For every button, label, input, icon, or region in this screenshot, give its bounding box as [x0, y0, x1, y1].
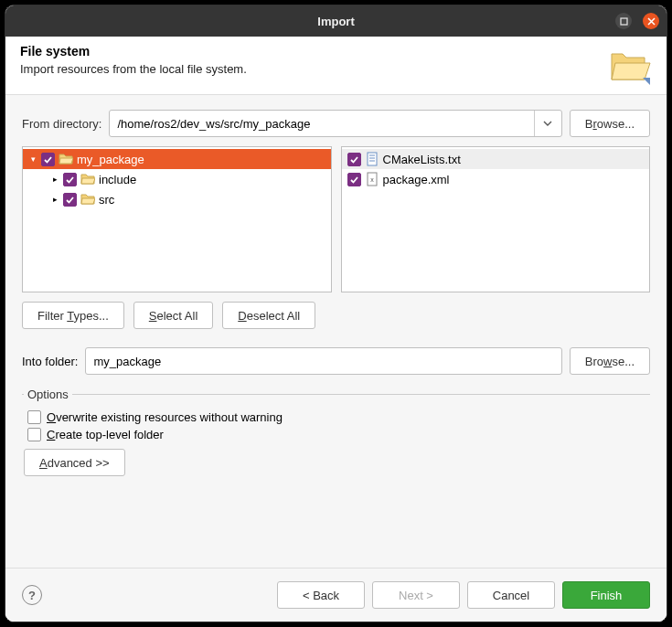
file-label: CMakeLists.txt — [383, 153, 461, 166]
browse-dest-button[interactable]: Browse... — [570, 347, 650, 375]
create-top-checkbox[interactable] — [27, 428, 41, 441]
file-item-cmakelists[interactable]: CMakeLists.txt — [342, 149, 650, 169]
titlebar: Import — [5, 5, 667, 37]
folder-open-icon — [608, 45, 652, 85]
back-button[interactable]: < Back — [277, 581, 365, 609]
next-button: Next > — [372, 581, 460, 609]
tree-checkbox[interactable] — [63, 173, 77, 186]
tree-item-label: include — [99, 173, 136, 186]
svg-text:x: x — [370, 176, 374, 183]
file-list-pane[interactable]: CMakeLists.txt x package.xml — [341, 146, 651, 292]
advanced-button[interactable]: Advanced >> — [24, 449, 125, 476]
cancel-button[interactable]: Cancel — [467, 581, 555, 609]
options-legend: Options — [24, 388, 72, 401]
folder-tree-pane[interactable]: ▾ my_package ▸ include — [22, 146, 332, 292]
expand-icon[interactable]: ▸ — [50, 195, 59, 204]
dialog-footer: ? < Back Next > Cancel Finish — [5, 568, 667, 622]
svg-rect-1 — [368, 153, 377, 165]
tree-root-checkbox[interactable] — [41, 153, 55, 166]
into-folder-input[interactable] — [85, 347, 561, 375]
browse-source-button[interactable]: Browse... — [570, 110, 650, 137]
folder-open-icon — [59, 152, 73, 166]
overwrite-option[interactable]: Overwrite existing resources without war… — [24, 409, 648, 426]
options-group: Options Overwrite existing resources wit… — [22, 388, 650, 480]
close-button[interactable] — [643, 13, 659, 29]
tree-root-label: my_package — [77, 153, 144, 166]
tree-root[interactable]: ▾ my_package — [23, 149, 331, 169]
text-file-icon — [365, 152, 379, 166]
finish-button[interactable]: Finish — [562, 581, 650, 609]
maximize-button[interactable] — [615, 13, 632, 29]
file-label: package.xml — [383, 173, 450, 186]
file-checkbox[interactable] — [347, 153, 361, 166]
create-top-option[interactable]: Create top-level folder — [24, 426, 648, 443]
page-subtitle: Import resources from the local file sys… — [20, 62, 247, 76]
import-dialog: Import File system Import resources from… — [5, 5, 667, 622]
page-title: File system — [20, 44, 247, 58]
window-title: Import — [317, 15, 354, 28]
svg-rect-0 — [621, 18, 627, 25]
folder-icon — [80, 192, 95, 207]
deselect-all-button[interactable]: Deselect All — [222, 302, 315, 329]
filter-types-button[interactable]: Filter Types... — [22, 302, 124, 329]
expand-icon[interactable]: ▸ — [50, 175, 59, 184]
from-directory-label: From directory: — [22, 117, 101, 131]
chevron-down-icon — [543, 121, 552, 126]
folder-icon — [80, 172, 95, 186]
dialog-header: File system Import resources from the lo… — [5, 37, 667, 95]
select-all-button[interactable]: Select All — [133, 302, 213, 329]
overwrite-checkbox[interactable] — [27, 410, 41, 424]
from-directory-row: From directory: Browse... — [22, 110, 650, 137]
file-item-package-xml[interactable]: x package.xml — [342, 169, 650, 189]
collapse-icon[interactable]: ▾ — [28, 154, 37, 164]
create-top-label: Create top-level folder — [47, 428, 164, 441]
content-area: File system Import resources from the lo… — [5, 37, 667, 622]
tree-item-label: src — [99, 193, 114, 207]
tree-item-include[interactable]: ▸ include — [23, 169, 331, 189]
help-button[interactable]: ? — [22, 585, 42, 605]
file-checkbox[interactable] — [347, 173, 361, 186]
from-directory-combo[interactable] — [109, 110, 561, 137]
into-folder-label: Into folder: — [22, 355, 78, 368]
overwrite-label: Overwrite existing resources without war… — [47, 410, 283, 424]
tree-item-src[interactable]: ▸ src — [23, 189, 331, 209]
from-directory-input[interactable] — [110, 111, 533, 136]
from-directory-dropdown[interactable] — [534, 111, 561, 136]
tree-checkbox[interactable] — [63, 193, 77, 207]
xml-file-icon: x — [365, 172, 379, 186]
